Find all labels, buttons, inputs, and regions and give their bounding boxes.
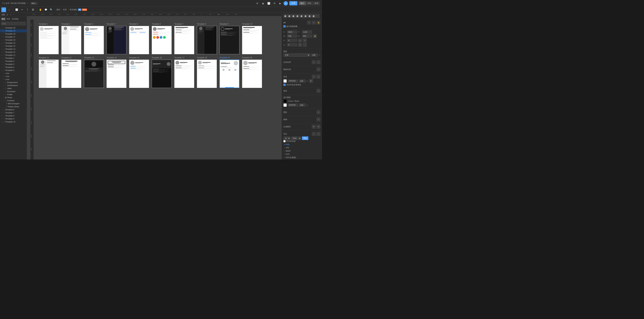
template-card-2[interactable]: Template 2	[61, 23, 81, 54]
sidebar-item-template19[interactable]: ▽ ⬚ Template 19	[0, 29, 27, 32]
template-14-preview[interactable]	[106, 60, 126, 88]
align-bottom-btn[interactable]: ⬤	[304, 14, 307, 18]
sidebar-item-template10[interactable]: ▷ ⬚ Template 10	[0, 120, 27, 123]
template-card-13[interactable]: Template 13	[84, 57, 104, 88]
frame-icon[interactable]: ⬜	[267, 1, 271, 5]
format-png[interactable]: ● PNG	[284, 143, 320, 146]
more-btn[interactable]: ⋯	[303, 43, 307, 47]
format-webp[interactable]: ○ WebP	[284, 150, 320, 152]
template-card-8[interactable]: Template 8	[197, 23, 217, 54]
sidebar-item-profile[interactable]: ▷ ⬚ Profile	[0, 93, 27, 96]
template-card-5[interactable]: Template 5	[129, 23, 149, 54]
add-export-btn[interactable]: ＋	[312, 132, 316, 136]
frame-tool-icon[interactable]: ⬚	[7, 7, 12, 12]
landscape-btn[interactable]: ▭	[312, 21, 316, 24]
template-card-19[interactable]: Template 19	[220, 57, 240, 88]
sidebar-item-template3[interactable]: ▷ ⬚ Template 3	[0, 63, 27, 66]
more-options-icon[interactable]: ⋯	[13, 14, 15, 16]
sidebar-item-template9[interactable]: ▷ ⬚ Template 9	[0, 117, 27, 120]
color-2-hex-input[interactable]	[288, 104, 298, 107]
sidebar-item-template15[interactable]: ▷ ⬚ Template 15	[0, 41, 27, 44]
close-generated-btn[interactable]: ✕	[316, 125, 320, 128]
prototype-tab[interactable]: 原型	[306, 1, 313, 5]
sidebar-item-template20[interactable]: ▷ ⬚ Template 20	[0, 26, 27, 29]
inspect-tab[interactable]: 检查	[313, 1, 320, 5]
template-card-9[interactable]: Template 9	[220, 23, 240, 54]
share-button[interactable]: 分享	[289, 1, 298, 5]
design-tab[interactable]: 设计	[299, 1, 306, 5]
template-16-preview[interactable]	[152, 60, 172, 88]
sidebar-item-line2[interactable]: — Line	[0, 75, 27, 78]
template-9-preview[interactable]	[220, 26, 240, 54]
export-scale-select[interactable]: 2x 1x 3x	[284, 137, 290, 140]
template-15-preview[interactable]	[129, 60, 149, 88]
color-1-preview[interactable]	[284, 99, 287, 103]
template-card-14[interactable]: Template 14	[106, 57, 126, 88]
sidebar-item-template6[interactable]: ▷ ⬚ Template 6	[0, 108, 27, 111]
format-svg[interactable]: ○ SVG	[284, 153, 320, 155]
settings-icon[interactable]: ⚙	[255, 1, 259, 5]
template-1-preview[interactable]	[39, 26, 59, 54]
add-shadow-btn[interactable]: ＋	[316, 110, 320, 114]
move-tool-icon[interactable]: ↖	[1, 7, 6, 12]
add-stroke-btn[interactable]: ＋	[316, 89, 320, 93]
tab-templates[interactable]: 美历模板	[11, 17, 19, 20]
shape-tool-icon[interactable]: ⬜	[14, 7, 19, 12]
tab-timeline[interactable]: 时间	[6, 17, 11, 20]
sidebar-item-template4[interactable]: ▷ ⬚ Template 4	[0, 66, 27, 69]
format-jpg[interactable]: ○ JPG	[284, 146, 320, 149]
portrait-btn[interactable]: □	[307, 21, 311, 24]
search-input[interactable]	[1, 22, 26, 25]
color-2-opacity-input[interactable]	[299, 104, 306, 107]
template-7-preview[interactable]	[174, 26, 194, 54]
fill-opacity-input[interactable]	[299, 79, 306, 82]
comment-tool-icon[interactable]: 💬	[44, 7, 48, 12]
zoom-tool-icon[interactable]: 🔍	[49, 7, 54, 12]
sidebar-item-template16[interactable]: ▷ ⬚ Template 16	[0, 38, 27, 41]
template-card-6[interactable]: Template 6	[152, 23, 172, 54]
sidebar-item-education[interactable]: ▷ ⬚ Education	[0, 90, 27, 93]
rotate-input[interactable]	[287, 39, 297, 42]
template-10-preview[interactable]	[242, 26, 262, 54]
template-2-preview[interactable]	[61, 26, 81, 54]
sidebar-item-template12[interactable]: ▷ ⬚ Template 12	[0, 50, 27, 53]
w-input[interactable]	[287, 34, 297, 37]
distribute-h-btn[interactable]: ⬤	[308, 14, 312, 18]
sidebar-item-template7[interactable]: ▷ ⬚ Template 7	[0, 111, 27, 114]
flip-v-btn[interactable]: ⇕	[303, 38, 307, 42]
template-card-18[interactable]: Template 18	[197, 57, 217, 88]
add-fill-btn[interactable]: ＋	[312, 75, 316, 78]
add-page-btn[interactable]: ＋	[10, 14, 12, 16]
align-left-btn[interactable]: ⬤	[284, 14, 287, 18]
add-grid-btn[interactable]: ＋	[316, 67, 320, 71]
sidebar-item-template14[interactable]: ▷ ⬚ Template 14	[0, 44, 27, 47]
sidebar-item-contacts[interactable]: ▽ ⬚ Contacts	[0, 99, 27, 102]
export-format-select[interactable]: PNG JPG SVG WebP PDF	[291, 137, 301, 140]
color-2-preview[interactable]	[284, 103, 287, 107]
compress-export-checkbox[interactable]: 导出时压缩	[284, 140, 320, 142]
template-13-preview[interactable]	[84, 60, 104, 88]
sidebar-item-template8[interactable]: ▷ ⬚ Template 8	[0, 114, 27, 117]
text-tool-icon[interactable]: T	[25, 7, 30, 12]
template-5-preview[interactable]	[129, 26, 149, 54]
show-border-checkbox[interactable]: 超出画板隐藏	[284, 25, 320, 28]
expand-auto-layout-btn[interactable]: ⬚	[316, 60, 320, 64]
template-20-preview[interactable]	[242, 60, 262, 88]
sidebar-item-template2[interactable]: ▷ ⬚ Template 2	[0, 60, 27, 63]
template-card-1[interactable]: Template 1	[39, 23, 59, 54]
sidebar-item-certifications[interactable]: ▷ ⬚ Sertifications	[0, 84, 27, 87]
corner-input[interactable]	[287, 43, 297, 46]
align-right-btn[interactable]: ⬤	[292, 14, 295, 18]
flip-h-btn[interactable]: ⇔	[298, 38, 302, 42]
template-card-3[interactable]: Template 3	[84, 23, 104, 54]
template-12-preview[interactable]	[61, 60, 81, 88]
template-card-20[interactable]: Template 20	[242, 57, 262, 88]
template-17-preview[interactable]	[174, 60, 194, 88]
lock-ratio-btn[interactable]: 🔒	[313, 34, 317, 38]
canvas-scroll[interactable]: Template 1	[36, 19, 282, 159]
zoom-control[interactable]: 36% ▾	[30, 2, 38, 5]
align-top-btn[interactable]: ⬤	[296, 14, 299, 18]
hand-tool-icon[interactable]: ✋	[38, 7, 43, 12]
sidebar-item-line3[interactable]: — Line	[0, 78, 27, 81]
template-4-preview[interactable]	[106, 26, 126, 54]
